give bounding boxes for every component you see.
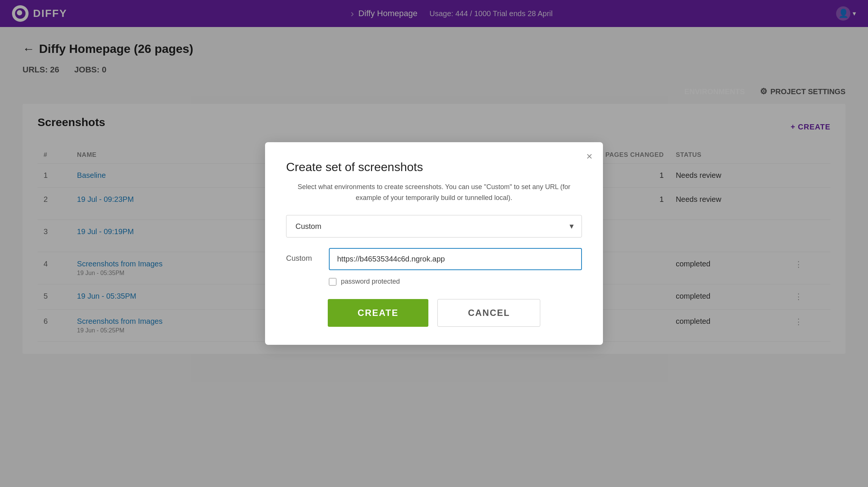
- modal-create-button[interactable]: CREATE: [328, 299, 429, 327]
- environment-select-wrapper: Custom Production Staging ▾: [286, 215, 582, 237]
- environment-select[interactable]: Custom Production Staging: [286, 215, 582, 237]
- modal-overlay[interactable]: × Create set of screenshots Select what …: [0, 0, 868, 487]
- modal-close-button[interactable]: ×: [586, 151, 592, 162]
- password-protected-label: password protected: [341, 278, 400, 286]
- modal-description: Select what environments to create scree…: [286, 182, 582, 203]
- password-protected-row: password protected: [329, 278, 582, 286]
- custom-url-input[interactable]: [329, 248, 582, 270]
- create-screenshots-modal: × Create set of screenshots Select what …: [265, 142, 603, 345]
- custom-url-label: Custom: [286, 248, 320, 263]
- modal-actions: CREATE CANCEL: [286, 299, 582, 327]
- custom-url-row: Custom: [286, 248, 582, 270]
- modal-cancel-button[interactable]: CANCEL: [437, 299, 540, 327]
- modal-title: Create set of screenshots: [286, 160, 582, 174]
- password-protected-checkbox[interactable]: [329, 278, 336, 286]
